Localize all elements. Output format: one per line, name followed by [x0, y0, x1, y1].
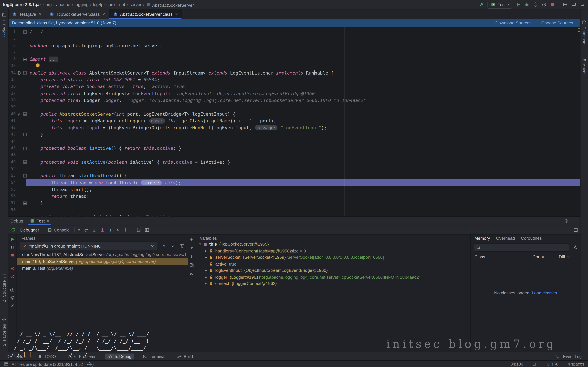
debug-tab-test[interactable]: Test ×: [28, 217, 51, 225]
copy-icon[interactable]: [189, 262, 194, 268]
gear-icon[interactable]: [573, 245, 578, 250]
search-everywhere-icon[interactable]: [580, 2, 585, 7]
sidebar-item-maven[interactable]: m Maven: [580, 57, 588, 76]
close-tab-icon[interactable]: ×: [39, 11, 41, 17]
editor-tab[interactable]: CTcpSocketServer.class×: [45, 9, 109, 19]
code-line[interactable]: 43− }: [8, 131, 580, 138]
build-hammer-icon[interactable]: [479, 2, 484, 7]
code-line[interactable]: 39: [8, 104, 580, 111]
step-out-icon[interactable]: [108, 227, 113, 233]
memory-search-input[interactable]: [483, 245, 567, 250]
run-config-select[interactable]: Test ▾: [488, 0, 512, 8]
toolwindow-button-build[interactable]: Build: [174, 353, 195, 359]
breadcrumb-item[interactable]: log4j-core-2.8.1.jar: [3, 2, 41, 7]
run-button[interactable]: [516, 2, 521, 7]
step-over-icon[interactable]: [83, 227, 89, 233]
breadcrumb-item[interactable]: org: [45, 2, 52, 7]
toolwindow-button--run[interactable]: 4: Run: [4, 353, 28, 359]
code-line[interactable]: 58: [8, 207, 580, 214]
close-tab-icon[interactable]: ×: [102, 11, 105, 17]
new-watch-icon[interactable]: [189, 237, 194, 242]
fold-toggle[interactable]: −: [23, 160, 26, 164]
variable-row[interactable]: active = true: [195, 261, 470, 267]
debug-button[interactable]: [524, 2, 529, 7]
tree-chevron-icon[interactable]: ▸: [204, 281, 208, 287]
gear-icon[interactable]: [564, 218, 569, 224]
code-line[interactable]: 44: [8, 138, 580, 145]
code-line[interactable]: 57− }: [8, 200, 580, 207]
memory-search-field[interactable]: [474, 243, 569, 252]
tree-chevron-icon[interactable]: ▾: [198, 241, 203, 248]
code-line[interactable]: 54 Thread thread = new Log4jThread( targ…: [8, 179, 580, 186]
code-line[interactable]: 37 protected final LogEventBridge<T> log…: [8, 90, 580, 97]
sidebar-item-database[interactable]: Database: [580, 20, 588, 44]
thread-select[interactable]: "main"@1 in group "main": RUNNING: [19, 242, 158, 250]
toolwindow-button--debug[interactable]: 5: Debug: [105, 353, 134, 359]
code-line[interactable]: 55 thread.start();: [8, 186, 580, 193]
view-breakpoints-icon[interactable]: [10, 266, 15, 271]
code-line[interactable]: 41 this.logger = LogManager.getLogger( n…: [8, 117, 580, 124]
layout-settings-icon[interactable]: [145, 227, 150, 233]
fold-toggle[interactable]: −: [23, 112, 26, 116]
code-line[interactable]: 40@− public AbstractSocketServer(int por…: [8, 111, 580, 118]
fold-toggle[interactable]: −: [23, 71, 26, 75]
line-separator[interactable]: LF: [533, 362, 537, 366]
sidebar-item-project[interactable]: 1: Project: [0, 12, 8, 37]
code-line[interactable]: 48: [8, 152, 580, 158]
tree-chevron-icon[interactable]: ▸: [204, 254, 208, 261]
prev-frame-icon[interactable]: [162, 243, 167, 249]
variable-row[interactable]: ▸context = {LoggerContext@1962}: [195, 281, 470, 287]
code-line[interactable]: 49− protected void setActive(boolean isA…: [8, 158, 580, 166]
stack-frame-row[interactable]: main:190, TcpSocketServer (org.apache.lo…: [17, 258, 188, 265]
profiler-button[interactable]: [542, 2, 547, 7]
column-header-diff[interactable]: Diff: [559, 254, 581, 259]
code-line[interactable]: 42 this.logEventInput = (LogEventBridge)…: [8, 124, 580, 131]
fold-toggle[interactable]: −: [23, 201, 26, 205]
toolwindow-button-todo[interactable]: TODO: [34, 353, 59, 359]
load-classes-link[interactable]: Load classes: [532, 291, 557, 295]
code-line[interactable]: 38 protected final Logger logger;logger:…: [8, 97, 580, 104]
fold-toggle[interactable]: +: [23, 58, 26, 61]
tab-console[interactable]: Console: [45, 227, 71, 233]
code-line[interactable]: public abstract void shutdown() throws E…: [8, 214, 580, 217]
pause-button[interactable]: [10, 245, 15, 250]
indent-style[interactable]: 4 spaces: [568, 362, 584, 366]
variable-row[interactable]: ▸logger = {Logger@1961} "org.apache.logg…: [195, 274, 470, 281]
code-line[interactable]: 45− protected boolean isActive() { retur…: [8, 145, 580, 152]
pin-icon[interactable]: [10, 303, 15, 308]
fold-toggle[interactable]: −: [23, 147, 26, 150]
caret-position[interactable]: 34:106: [510, 362, 523, 366]
stack-frame-row[interactable]: startNewThread:187, AbstractSocketServer…: [17, 251, 188, 258]
stop-button[interactable]: [10, 252, 15, 258]
variable-row[interactable]: ▸logEventInput = {ObjectInputStreamLogEv…: [195, 267, 470, 274]
fold-toggle[interactable]: −: [23, 133, 26, 136]
fold-toggle[interactable]: −: [23, 174, 26, 178]
sidebar-item-favorites[interactable]: 2: Favorites: [0, 317, 8, 346]
tab-debugger[interactable]: Debugger: [19, 228, 41, 232]
editor-tab[interactable]: CAbstractSocketServer.class×: [109, 9, 182, 19]
choose-sources-link[interactable]: Choose Sources...: [541, 21, 577, 25]
stop-button[interactable]: [550, 2, 555, 7]
code-editor[interactable]: 1+/.../56package org.apache.logging.log4…: [8, 27, 580, 217]
code-line[interactable]: 33: [8, 63, 580, 70]
restore-layout-icon[interactable]: [573, 227, 578, 233]
mute-breakpoints-icon[interactable]: [10, 274, 15, 279]
hide-frames-filter-icon[interactable]: [180, 243, 185, 249]
variable-row[interactable]: ▾this = {TcpSocketServer@1955}: [195, 241, 470, 248]
code-line[interactable]: 56 return thread;: [8, 193, 580, 200]
code-line[interactable]: 8+import ...: [8, 56, 580, 63]
tree-chevron-icon[interactable]: ▸: [204, 267, 208, 274]
code-line[interactable]: 7: [8, 49, 580, 56]
breadcrumb-item[interactable]: core: [106, 2, 115, 7]
variable-row[interactable]: ▸serverSocket = {ServerSocket@1959} "Ser…: [195, 254, 470, 261]
tab-overhead[interactable]: Overhead: [496, 236, 515, 240]
step-into-icon[interactable]: [92, 227, 97, 233]
breadcrumb-item[interactable]: logging: [75, 2, 89, 7]
monitor-icon[interactable]: [571, 2, 576, 7]
code-line[interactable]: 5: [8, 35, 580, 42]
intention-bulb-icon[interactable]: [36, 63, 40, 67]
close-tab-icon[interactable]: ×: [175, 11, 178, 17]
hide-panel-icon[interactable]: [573, 218, 578, 224]
column-header-count[interactable]: Count: [533, 255, 559, 259]
code-line[interactable]: 6package org.apache.logging.log4j.core.n…: [8, 42, 580, 49]
